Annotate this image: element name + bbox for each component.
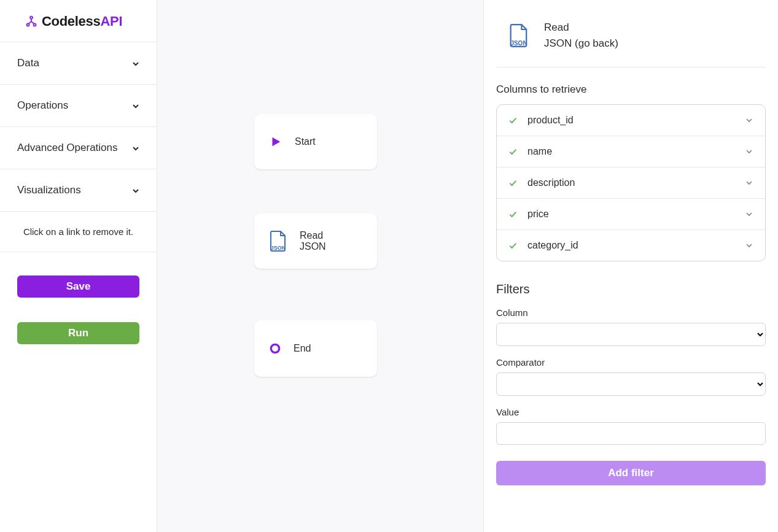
column-item[interactable]: price xyxy=(497,199,765,230)
json-file-icon: JSON xyxy=(508,23,529,48)
menu-label: Visualizations xyxy=(17,184,81,196)
play-icon xyxy=(269,135,282,148)
menu-label: Data xyxy=(17,57,39,69)
svg-marker-3 xyxy=(273,137,281,147)
add-filter-button[interactable]: Add filter xyxy=(496,461,766,485)
filters-title: Filters xyxy=(496,282,766,296)
column-name: name xyxy=(527,146,552,157)
go-back-link[interactable]: JSON (go back) xyxy=(544,36,618,52)
svg-text:JSON: JSON xyxy=(271,245,286,251)
filters-section: Filters Column Comparator Value Add filt… xyxy=(496,282,766,485)
chevron-down-icon xyxy=(131,101,139,110)
column-item[interactable]: name xyxy=(497,136,765,168)
node-label: Read JSON xyxy=(300,230,326,252)
node-read-json[interactable]: JSON Read JSON xyxy=(254,214,377,269)
chevron-down-icon xyxy=(744,241,754,250)
check-icon xyxy=(508,178,518,188)
chevron-down-icon xyxy=(744,178,754,188)
run-button[interactable]: Run xyxy=(17,322,139,344)
sidebar: CodelessAPI Data Operations Advanced Ope… xyxy=(0,0,157,532)
column-name: category_id xyxy=(527,240,578,251)
sidebar-hint: Click on a link to remove it. xyxy=(0,212,157,252)
node-label: Start xyxy=(295,136,316,147)
filter-column-label: Column xyxy=(496,307,766,318)
right-panel: JSON Read JSON (go back) Columns to retr… xyxy=(483,0,778,532)
logo[interactable]: CodelessAPI xyxy=(0,0,157,42)
panel-title-line1: Read xyxy=(544,20,618,36)
menu-item-operations[interactable]: Operations xyxy=(0,85,157,126)
check-icon xyxy=(508,209,518,219)
logo-text: CodelessAPI xyxy=(42,13,122,29)
node-start[interactable]: Start xyxy=(254,114,377,169)
menu-item-advanced-operations[interactable]: Advanced Operations xyxy=(0,127,157,169)
column-name: price xyxy=(527,209,549,220)
check-icon xyxy=(508,147,518,156)
check-icon xyxy=(508,241,518,250)
column-name: description xyxy=(527,177,575,188)
menu-label: Advanced Operations xyxy=(17,142,118,154)
column-name: product_id xyxy=(527,115,574,126)
menu-label: Operations xyxy=(17,99,68,112)
column-list: product_id name description xyxy=(496,104,766,261)
filter-comparator-label: Comparator xyxy=(496,357,766,368)
column-item[interactable]: product_id xyxy=(497,105,765,136)
panel-header: JSON Read JSON (go back) xyxy=(496,20,766,67)
filter-comparator-select[interactable] xyxy=(496,372,766,396)
column-item[interactable]: category_id xyxy=(497,230,765,261)
filter-value-label: Value xyxy=(496,407,766,417)
node-label: End xyxy=(294,343,311,354)
svg-point-0 xyxy=(30,17,33,19)
check-icon xyxy=(508,115,518,125)
menu-item-visualizations[interactable]: Visualizations xyxy=(0,169,157,211)
canvas[interactable]: Start JSON Read JSON End xyxy=(157,0,483,532)
chevron-down-icon xyxy=(744,115,754,125)
columns-title: Columns to retrieve xyxy=(496,83,766,96)
save-button[interactable]: Save xyxy=(17,276,139,298)
chevron-down-icon xyxy=(131,186,139,195)
end-circle-icon xyxy=(269,342,281,355)
chevron-down-icon xyxy=(744,147,754,156)
chevron-down-icon xyxy=(131,144,139,152)
json-file-icon: JSON xyxy=(269,230,287,252)
chevron-down-icon xyxy=(744,209,754,219)
filter-column-select[interactable] xyxy=(496,323,766,346)
filter-value-input[interactable] xyxy=(496,422,766,445)
column-item[interactable]: description xyxy=(497,168,765,199)
svg-point-5 xyxy=(271,344,279,352)
svg-text:JSON: JSON xyxy=(510,39,527,46)
logo-icon xyxy=(25,15,38,28)
menu-item-data[interactable]: Data xyxy=(0,42,157,84)
node-end[interactable]: End xyxy=(254,320,377,377)
chevron-down-icon xyxy=(131,59,139,67)
